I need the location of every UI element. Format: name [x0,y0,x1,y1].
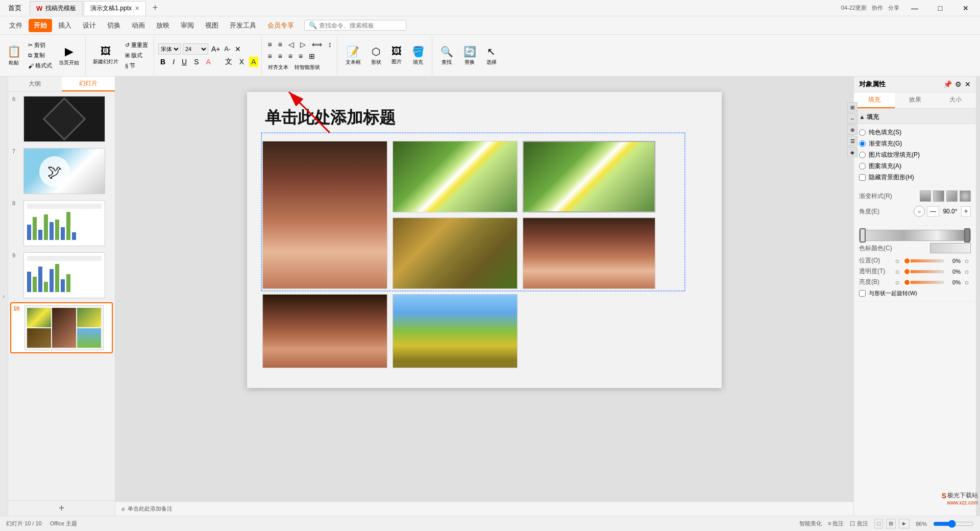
fill-pattern-radio[interactable] [859,163,866,170]
align-right-btn[interactable]: ≡ [286,51,295,61]
share-btn[interactable]: 分享 [888,4,899,12]
brightness-slider[interactable] [903,281,944,284]
list-bullet-btn[interactable]: ≡ [266,39,274,50]
photo-cell-daisy2[interactable] [523,141,655,212]
gradient-swatch-3[interactable] [946,190,958,202]
angle-decrease[interactable]: — [927,206,939,216]
opacity-increase[interactable]: ○ [963,268,971,276]
menu-item-insert[interactable]: 插入 [53,19,77,32]
font-size-select[interactable]: 24 [183,43,208,55]
fill-solid-radio[interactable] [859,129,866,136]
copy-btn[interactable]: ⧉ 复制 [26,51,55,60]
doc-tab-close[interactable]: ✕ [135,5,139,12]
home-tab[interactable]: 首页 [0,0,30,16]
right-panel-scrollbar[interactable] [976,77,980,516]
position-increase[interactable]: ○ [963,257,971,265]
doc-tab[interactable]: 演示文稿1.pptx ✕ [84,1,146,15]
panel-tab-effect[interactable]: 效果 [895,92,936,108]
paste-btn[interactable]: 📋 粘贴 [3,43,24,68]
right-side-icon-2[interactable]: ↔ [853,113,857,124]
fill-option-solid[interactable]: 纯色填充(S) [859,128,971,137]
strikethrough-btn[interactable]: S [192,57,201,67]
rotate-with-shape[interactable]: 与形状一起旋转(W) [859,289,971,297]
angle-increase[interactable]: + [961,206,971,216]
zoom-slider[interactable] [933,520,974,528]
align-left-btn[interactable]: ≡ [266,51,274,61]
update-btn[interactable]: 04-22更新 [841,4,867,12]
search-bar[interactable]: 🔍 [304,20,406,31]
indent-dec-btn[interactable]: ◁ [286,39,296,50]
line-spacing-btn[interactable]: ↕ [326,39,334,50]
view-normal-btn[interactable]: □ [874,519,883,528]
notes-label[interactable]: 单击此处添加备注 [128,505,173,513]
textbox-btn[interactable]: 📝 文本框 [341,43,365,68]
photo-cell-field[interactable] [393,294,518,368]
position-slider[interactable] [903,259,944,262]
photo-cell-girl3[interactable] [262,294,387,368]
menu-item-start[interactable]: 开始 [29,19,52,32]
cut-btn[interactable]: ✂ 剪切 [26,40,55,50]
select-btn[interactable]: ↖ 选择 [482,43,501,68]
fill-option-picture[interactable]: 图片或纹理填充(P) [859,151,971,159]
gradient-stop-right[interactable] [964,228,970,243]
discussion-btn[interactable]: 口 批注 [850,520,868,527]
convert-shape-btn[interactable]: 转智能形状 [292,63,322,72]
slide-title[interactable]: 单击此处添加标题 [262,104,706,132]
menu-item-view[interactable]: 视图 [200,19,224,32]
text-fill-btn[interactable]: X [237,57,246,67]
underline-btn[interactable]: U [180,57,189,67]
slide-item-10[interactable]: 10 [10,302,113,353]
slide-item-6[interactable]: 6 [10,94,113,144]
panel-settings-icon[interactable]: ⚙ [955,80,962,88]
menu-item-design[interactable]: 设计 [78,19,101,32]
fill-btn[interactable]: 🪣 填充 [408,43,429,68]
close-win-btn[interactable]: ✕ [955,1,976,15]
comment-btn[interactable]: ≡ 批注 [828,520,844,527]
min-btn[interactable]: — [904,1,925,15]
font-alt-btn[interactable] [216,61,220,63]
menu-item-vip[interactable]: 会员专享 [262,19,299,32]
hide-bg-cb[interactable] [859,174,866,181]
fill-option-gradient[interactable]: 渐变填充(G) [859,139,971,148]
right-side-icon-1[interactable]: ⊞ [853,102,857,112]
right-side-icon-4[interactable]: ☰ [853,136,857,146]
slide-item-7[interactable]: 7 🕊 [10,146,113,196]
add-tab-btn[interactable]: + [148,1,162,15]
menu-item-file[interactable]: 文件 [4,19,28,32]
slide-item-8[interactable]: 8 [10,198,113,248]
reset-btn[interactable]: ↺ 重重置 [122,40,151,50]
highlight-btn[interactable]: A [249,57,258,67]
panel-tab-size[interactable]: 大小 [935,92,976,108]
beauty-btn[interactable]: 智能美化 [799,520,822,527]
font-size-dec[interactable]: A- [224,44,232,54]
picture-btn[interactable]: 🖼 图片 [387,43,406,67]
panel-collapse-left[interactable]: ‹ [0,77,8,516]
indent-inc-btn[interactable]: ▷ [298,39,308,50]
align-obj-btn[interactable]: 对齐文本 [266,63,290,72]
shape-btn[interactable]: ⬡ 形状 [367,43,385,68]
photo-cell-daisy1[interactable] [393,141,518,212]
opacity-slider[interactable] [903,270,944,273]
list-num-btn[interactable]: ≡ [276,39,284,50]
menu-item-review[interactable]: 审阅 [176,19,199,32]
play-btn[interactable]: ▶ 当页开始 [56,43,82,68]
format-btn[interactable]: 🖌 格式式 [26,61,55,70]
wps-tab[interactable]: W 找稿壳模板 [30,1,83,15]
menu-item-play[interactable]: 放映 [151,19,175,32]
position-decrease[interactable]: ○ [893,257,901,265]
gradient-stop-left[interactable] [860,228,866,243]
font-select[interactable]: 宋体 [158,43,181,55]
justify-btn[interactable]: ≡ [297,51,305,61]
right-side-icon-3[interactable]: ⊕ [853,125,857,135]
opacity-decrease[interactable]: ○ [893,268,901,276]
gradient-swatch-4[interactable] [960,190,971,202]
menu-item-switch[interactable]: 切换 [102,19,126,32]
pin-icon[interactable]: 📌 [943,80,952,88]
panel-tab-fill[interactable]: 填充 [854,92,895,108]
collab-btn[interactable]: 协作 [872,4,883,12]
view-slide-btn[interactable]: ⊞ [886,519,896,528]
slide-item-9[interactable]: 9 [10,250,113,300]
menu-item-animation[interactable]: 动画 [127,19,150,32]
fill-picture-radio[interactable] [859,152,866,158]
text-x-btn[interactable]: 文 [223,56,234,67]
